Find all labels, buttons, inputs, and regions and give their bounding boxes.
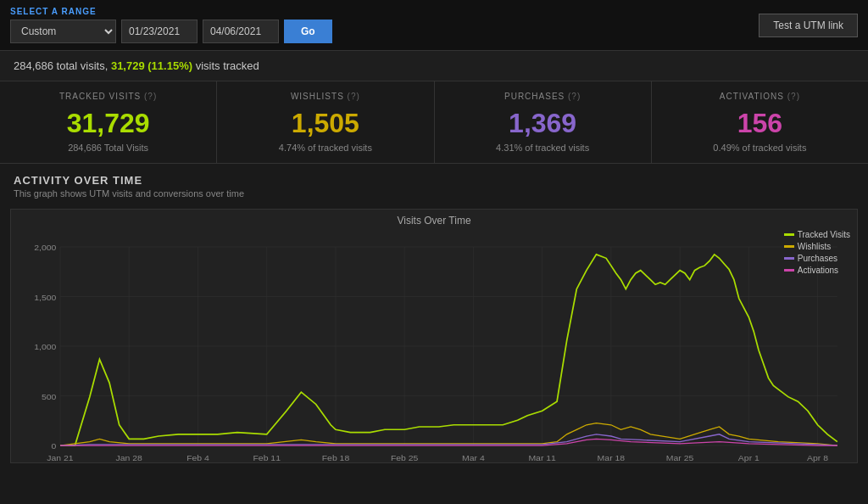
visits-chart: 2,000 1,500 1,000 500 0 Jan 21 Jan 28 Fe… xyxy=(11,228,857,481)
svg-text:Mar 4: Mar 4 xyxy=(462,453,485,462)
svg-text:0: 0 xyxy=(52,442,57,451)
stat-tracked-visits: TRACKED VISITS (?) 31,729 284,686 Total … xyxy=(0,81,217,163)
stat-sub-tracked: 284,686 Total Visits xyxy=(14,143,203,153)
legend-color-activations xyxy=(784,269,794,272)
legend-label-wishlists: Wishlists xyxy=(798,242,831,251)
go-button[interactable]: Go xyxy=(284,20,332,43)
legend-wishlists: Wishlists xyxy=(784,242,850,251)
svg-text:Feb 11: Feb 11 xyxy=(253,453,281,462)
svg-text:Feb 4: Feb 4 xyxy=(186,453,209,462)
top-bar: SELECT A RANGE Custom Last 7 Days Last 3… xyxy=(0,0,868,51)
stat-value-tracked: 31,729 xyxy=(14,108,203,139)
svg-text:Feb 25: Feb 25 xyxy=(391,453,419,462)
legend-label-purchases: Purchases xyxy=(798,254,837,263)
legend-label-activations: Activations xyxy=(798,266,838,275)
svg-text:500: 500 xyxy=(42,392,57,401)
stat-label-wishlists: WISHLISTS (?) xyxy=(231,92,420,101)
chart-legend: Tracked Visits Wishlists Purchases Activ… xyxy=(784,230,850,277)
activity-desc: This graph shows UTM visits and conversi… xyxy=(14,188,854,199)
stat-value-activations: 156 xyxy=(665,108,854,139)
stats-row: TRACKED VISITS (?) 31,729 284,686 Total … xyxy=(0,81,868,164)
svg-text:Mar 25: Mar 25 xyxy=(666,453,694,462)
svg-text:Apr 1: Apr 1 xyxy=(738,453,760,462)
stat-purchases: PURCHASES (?) 1,369 4.31% of tracked vis… xyxy=(435,81,652,163)
legend-tracked-visits: Tracked Visits xyxy=(784,230,850,239)
tracked-visits-line xyxy=(60,255,837,445)
svg-text:1,500: 1,500 xyxy=(34,293,56,302)
range-label: SELECT A RANGE xyxy=(10,7,332,16)
summary-text: visits tracked xyxy=(192,59,259,72)
svg-text:Feb 18: Feb 18 xyxy=(322,453,350,462)
legend-color-tracked xyxy=(784,233,794,236)
summary-bar: 284,686 total visits, 31,729 (11.15%) vi… xyxy=(0,51,868,81)
stat-value-wishlists: 1,505 xyxy=(231,108,420,139)
svg-text:Mar 18: Mar 18 xyxy=(598,453,626,462)
stat-label-tracked: TRACKED VISITS (?) xyxy=(14,92,203,101)
activity-title: ACTIVITY OVER TIME xyxy=(14,174,854,187)
range-select[interactable]: Custom Last 7 Days Last 30 Days Last 90 … xyxy=(10,20,116,43)
date-from-input[interactable] xyxy=(121,20,198,43)
legend-purchases: Purchases xyxy=(784,254,850,263)
svg-text:Apr 8: Apr 8 xyxy=(807,453,828,462)
svg-text:Jan 21: Jan 21 xyxy=(47,453,74,462)
summary-total: 284,686 total visits, xyxy=(14,59,111,72)
stat-label-purchases: PURCHASES (?) xyxy=(448,92,637,101)
svg-text:Jan 28: Jan 28 xyxy=(116,453,143,462)
chart-container: Visits Over Time 2,000 1,500 xyxy=(10,209,858,463)
legend-activations: Activations xyxy=(784,266,850,275)
stat-sub-wishlists: 4.74% of tracked visits xyxy=(231,143,420,153)
stat-label-activations: ACTIVATIONS (?) xyxy=(665,92,854,101)
stat-wishlists: WISHLISTS (?) 1,505 4.74% of tracked vis… xyxy=(217,81,434,163)
stat-value-purchases: 1,369 xyxy=(448,108,637,139)
range-controls: Custom Last 7 Days Last 30 Days Last 90 … xyxy=(10,20,332,43)
test-utm-button[interactable]: Test a UTM link xyxy=(759,14,858,37)
date-to-input[interactable] xyxy=(203,20,279,43)
svg-text:2,000: 2,000 xyxy=(34,244,56,253)
activity-section: ACTIVITY OVER TIME This graph shows UTM … xyxy=(0,164,868,209)
stat-activations: ACTIVATIONS (?) 156 0.49% of tracked vis… xyxy=(652,81,868,163)
legend-label-tracked: Tracked Visits xyxy=(798,230,850,239)
stat-sub-purchases: 4.31% of tracked visits xyxy=(448,143,637,153)
stat-sub-activations: 0.49% of tracked visits xyxy=(665,143,854,153)
svg-text:1,000: 1,000 xyxy=(34,343,56,352)
legend-color-purchases xyxy=(784,257,794,260)
summary-tracked: 31,729 (11.15%) xyxy=(111,59,192,72)
svg-text:Mar 11: Mar 11 xyxy=(528,453,556,462)
range-section: SELECT A RANGE Custom Last 7 Days Last 3… xyxy=(10,7,332,43)
chart-title: Visits Over Time xyxy=(11,210,857,228)
legend-color-wishlists xyxy=(784,245,794,248)
